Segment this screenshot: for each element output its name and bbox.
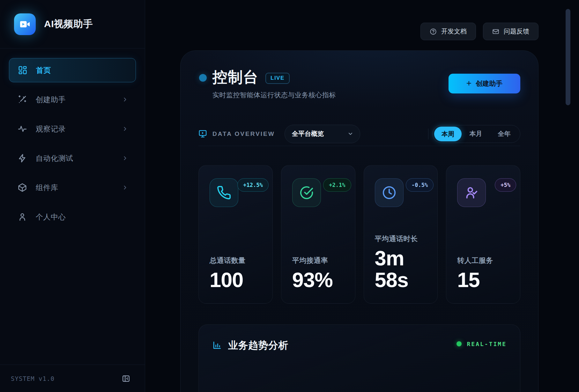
stat-card-answer-rate: +2.1% 平均接通率 93% [281, 165, 355, 304]
tab-this-year[interactable]: 全年 [490, 129, 518, 138]
wand-icon [18, 95, 27, 104]
dropdown-selected-value: 全平台概览 [292, 129, 324, 138]
app-title: AI视频助手 [44, 18, 93, 31]
sidebar-item-label: 首页 [36, 65, 51, 75]
section-divider [198, 146, 520, 146]
mail-icon [492, 28, 499, 35]
vertical-scrollbar[interactable] [566, 9, 570, 105]
dashboard-icon [18, 65, 27, 75]
trend-analysis-card: 业务趋势分析 REAL-TIME [198, 324, 520, 392]
sidebar-item-label: 组件库 [36, 183, 58, 193]
user-check-icon [457, 178, 486, 207]
page-title: 控制台 [212, 69, 258, 86]
vertical-separator [428, 129, 428, 139]
console-panel: 控制台 LIVE 实时监控智能体运行状态与业务核心指标 + 创建助手 DATA … [180, 50, 538, 392]
sidebar-footer: SYSTEM v1.0 [0, 365, 145, 392]
console-title-block: 控制台 LIVE 实时监控智能体运行状态与业务核心指标 [212, 69, 336, 100]
zap-icon [18, 153, 27, 163]
console-header: 控制台 LIVE 实时监控智能体运行状态与业务核心指标 + 创建助手 [198, 69, 520, 100]
realtime-label: REAL-TIME [467, 341, 507, 347]
app-window: AI视频助手 首页 创建助手 [0, 0, 579, 392]
status-dot [199, 74, 207, 82]
live-badge: LIVE [265, 73, 290, 84]
panel-collapse-icon [122, 374, 130, 383]
green-status-dot [457, 341, 462, 346]
feedback-button[interactable]: 问题反馈 [483, 23, 538, 40]
realtime-indicator: REAL-TIME [457, 341, 507, 347]
change-badge: +5% [495, 178, 516, 192]
stat-cards: +12.5% 总通话数量 100 +2.1% 平均接通率 93% [198, 165, 520, 304]
check-circle-icon [292, 178, 321, 207]
plus-icon: + [466, 79, 471, 88]
system-version: SYSTEM v1.0 [11, 375, 55, 382]
change-badge: +12.5% [237, 178, 268, 192]
phone-icon [210, 178, 238, 207]
clock-icon [375, 178, 404, 207]
sidebar-item-home[interactable]: 首页 [9, 58, 136, 82]
change-badge: +2.1% [323, 178, 351, 192]
sidebar-item-personal-center[interactable]: 个人中心 [9, 205, 136, 229]
stat-label: 平均接通率 [292, 256, 344, 265]
collapse-sidebar-button[interactable] [122, 374, 130, 383]
tab-this-month[interactable]: 本月 [462, 129, 490, 138]
dev-docs-button[interactable]: 开发文档 [420, 23, 476, 40]
app-logo [14, 13, 36, 35]
sidebar-item-label: 观察记录 [36, 124, 66, 134]
data-overview-row: DATA OVERVIEW 全平台概览 本周 本月 全年 [198, 125, 520, 143]
video-camera-icon [19, 18, 31, 30]
stat-value: 93% [292, 269, 344, 291]
platform-overview-dropdown[interactable]: 全平台概览 [285, 125, 360, 143]
sidebar-item-observation-records[interactable]: 观察记录 [9, 117, 136, 141]
sidebar-item-create-assistant[interactable]: 创建助手 [9, 87, 136, 112]
data-overview-label: DATA OVERVIEW [212, 130, 275, 137]
activity-icon [18, 124, 27, 134]
stat-card-transfer-human: +5% 转人工服务 15 [446, 165, 520, 304]
sidebar-item-label: 创建助手 [36, 95, 66, 105]
cube-icon [18, 183, 27, 192]
console-subtitle: 实时监控智能体运行状态与业务核心指标 [212, 91, 336, 100]
sidebar-item-component-library[interactable]: 组件库 [9, 175, 136, 200]
chevron-right-icon [122, 126, 128, 132]
stat-value: 3m 58s [375, 248, 427, 291]
stat-card-avg-duration: -0.5% 平均通话时长 3m 58s [364, 165, 438, 304]
monitor-play-icon [198, 129, 207, 138]
stat-label: 总通话数量 [210, 256, 262, 265]
chevron-right-icon [122, 184, 128, 191]
chevron-down-icon [347, 131, 353, 137]
feedback-label: 问题反馈 [504, 27, 529, 36]
change-badge: -0.5% [406, 178, 434, 192]
stat-value: 15 [457, 269, 509, 291]
sidebar-nav: 首页 创建助手 观察记录 [0, 48, 145, 234]
stat-value: 100 [210, 269, 262, 291]
stat-card-total-calls: +12.5% 总通话数量 100 [198, 165, 273, 304]
time-range-tabs: 本周 本月 全年 [432, 125, 520, 143]
sidebar-item-label: 自动化测试 [36, 153, 73, 163]
tab-this-week[interactable]: 本周 [434, 127, 462, 141]
create-assistant-button[interactable]: + 创建助手 [449, 74, 520, 93]
stat-label: 平均通话时长 [375, 234, 427, 244]
create-assistant-label: 创建助手 [476, 79, 502, 88]
dev-docs-label: 开发文档 [441, 27, 467, 36]
bar-chart-icon [212, 340, 222, 350]
trend-title: 业务趋势分析 [228, 339, 288, 352]
sidebar-item-automation-test[interactable]: 自动化测试 [9, 146, 136, 170]
main-content: 开发文档 问题反馈 控制台 LIVE 实时监控智能体运行状态与业务核心指标 [145, 0, 579, 392]
chevron-right-icon [122, 155, 128, 161]
sidebar-item-label: 个人中心 [36, 212, 66, 222]
stat-label: 转人工服务 [457, 256, 509, 265]
chevron-right-icon [122, 96, 128, 103]
user-icon [18, 212, 27, 222]
help-circle-icon [430, 28, 437, 35]
topbar: 开发文档 问题反馈 [145, 23, 538, 40]
sidebar: AI视频助手 首页 创建助手 [0, 0, 145, 392]
sidebar-header: AI视频助手 [0, 0, 145, 48]
